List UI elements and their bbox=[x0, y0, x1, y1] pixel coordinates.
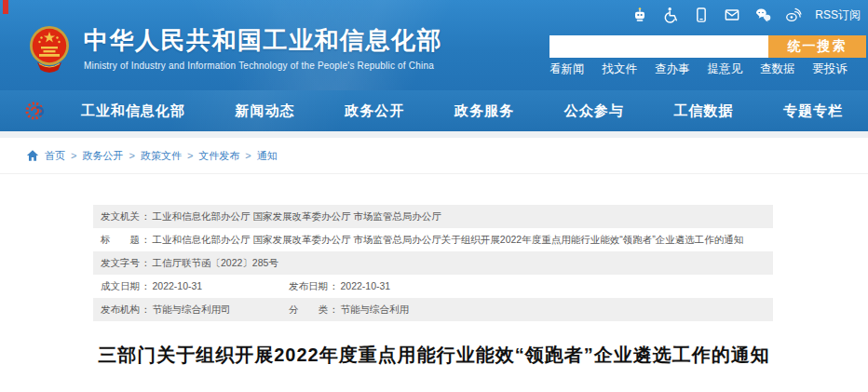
meta-cell: 分 类：节能与综合利用 bbox=[289, 298, 409, 321]
national-emblem-logo bbox=[28, 23, 71, 74]
meta-label: 发布日期 bbox=[289, 280, 328, 291]
wechat-icon[interactable] bbox=[753, 6, 772, 24]
meta-row-1: 发文机关：工业和信息化部办公厅 国家发展改革委办公厅 市场监管总局办公厅 bbox=[93, 205, 773, 228]
breadcrumb-separator: > bbox=[245, 150, 251, 161]
meta-cell: 发文机关：工业和信息化部办公厅 国家发展改革委办公厅 市场监管总局办公厅 bbox=[101, 210, 441, 222]
nav-item-2[interactable]: 新闻动态 bbox=[236, 102, 295, 120]
nav-item-3[interactable]: 政务公开 bbox=[345, 102, 404, 120]
weibo-icon[interactable] bbox=[784, 6, 803, 24]
breadcrumb: 首页>政务公开>政策文件>文件发布>通知 bbox=[26, 146, 278, 165]
breadcrumb-divider bbox=[0, 173, 868, 174]
nav-menu: 工业和信息化部新闻动态政务公开政务服务公众参与工信数据专题专栏 bbox=[56, 102, 868, 120]
meta-cell: 发文字号：工信厅联节函〔2022〕285号 bbox=[101, 257, 278, 268]
meta-cell: 标 题：工业和信息化部办公厅 国家发展改革委办公厅 市场监管总局办公厅关于组织开… bbox=[101, 234, 743, 245]
nav-item-5[interactable]: 公众参与 bbox=[564, 102, 624, 120]
breadcrumb-item-3[interactable]: 政策文件 bbox=[141, 149, 182, 163]
breadcrumb-items: 首页>政务公开>政策文件>文件发布>通知 bbox=[45, 149, 278, 163]
meta-colon: ： bbox=[140, 257, 153, 268]
quick-link-1[interactable]: 看新闻 bbox=[549, 61, 585, 77]
meta-value: 2022-10-31 bbox=[341, 280, 391, 291]
nav-item-1[interactable]: 工业和信息化部 bbox=[81, 102, 185, 120]
meta-row-5: 发布机构：节能与综合利用司分 类：节能与综合利用 bbox=[93, 298, 773, 321]
brand-text: 中华人民共和国工业和信息化部 Ministry of Industry and … bbox=[84, 26, 442, 74]
breadcrumb-separator: > bbox=[71, 150, 76, 161]
nav-item-4[interactable]: 政务服务 bbox=[454, 102, 514, 120]
meta-row-3: 发文字号：工信厅联节函〔2022〕285号 bbox=[93, 251, 773, 275]
accessibility-icon[interactable] bbox=[661, 6, 680, 24]
search-bar: 统一搜索 bbox=[549, 35, 866, 58]
meta-colon: ： bbox=[140, 304, 153, 315]
quick-link-5[interactable]: 查数据 bbox=[760, 61, 795, 77]
breadcrumb-item-1[interactable]: 首页 bbox=[45, 149, 65, 163]
rss-link[interactable]: RSS订阅 bbox=[815, 7, 861, 23]
meta-label: 标 题 bbox=[101, 234, 140, 245]
home-icon[interactable] bbox=[26, 149, 39, 162]
meta-row-4: 成文日期：2022-10-31发布日期：2022-10-31 bbox=[93, 275, 773, 298]
site-subtitle: Ministry of Industry and Information Tec… bbox=[84, 61, 442, 71]
site-brand: 中华人民共和国工业和信息化部 Ministry of Industry and … bbox=[28, 23, 442, 74]
miit-gear-logo-icon bbox=[24, 100, 47, 122]
quick-link-2[interactable]: 找文件 bbox=[603, 61, 638, 77]
meta-colon: ： bbox=[140, 280, 153, 291]
corner-decoration bbox=[3, 0, 8, 14]
meta-label: 发文字号 bbox=[101, 257, 140, 268]
article-title: 三部门关于组织开展2022年度重点用能行业能效“领跑者”企业遴选工作的通知 bbox=[0, 343, 868, 368]
search-input[interactable] bbox=[549, 35, 768, 58]
utility-icon-bar: RSS订阅 bbox=[631, 6, 861, 24]
nav-item-6[interactable]: 工信数据 bbox=[673, 102, 733, 120]
meta-colon: ： bbox=[328, 304, 341, 315]
robot-icon[interactable] bbox=[631, 6, 649, 24]
meta-label: 分 类 bbox=[289, 304, 328, 315]
meta-cell: 发布机构：节能与综合利用司 bbox=[101, 304, 231, 315]
meta-colon: ： bbox=[140, 234, 153, 245]
meta-label: 发布机构 bbox=[101, 304, 140, 315]
breadcrumb-item-5[interactable]: 通知 bbox=[257, 149, 278, 163]
page: RSS订阅 中华人民共和国工业和信息化部 Ministry of Industr… bbox=[0, 0, 868, 392]
meta-value: 工业和信息化部办公厅 国家发展改革委办公厅 市场监管总局办公厅关于组织开展202… bbox=[153, 234, 744, 245]
main-nav: 工业和信息化部新闻动态政务公开政务服务公众参与工信数据专题专栏 bbox=[0, 90, 868, 131]
nav-bottom-strip bbox=[0, 131, 868, 138]
meta-value: 工信厅联节函〔2022〕285号 bbox=[153, 257, 278, 268]
meta-value: 节能与综合利用 bbox=[341, 304, 410, 315]
search-button[interactable]: 统一搜索 bbox=[768, 35, 866, 58]
nav-item-7[interactable]: 专题专栏 bbox=[783, 102, 843, 120]
meta-colon: ： bbox=[140, 210, 153, 222]
meta-cell: 发布日期：2022-10-31 bbox=[289, 275, 390, 298]
mail-icon[interactable] bbox=[723, 6, 741, 24]
document-meta-table: 发文机关：工业和信息化部办公厅 国家发展改革委办公厅 市场监管总局办公厅标 题：… bbox=[93, 205, 773, 321]
quick-link-6[interactable]: 要投诉 bbox=[813, 61, 848, 77]
site-title: 中华人民共和国工业和信息化部 bbox=[84, 26, 442, 55]
meta-value: 节能与综合利用司 bbox=[153, 304, 231, 315]
breadcrumb-separator: > bbox=[129, 150, 134, 161]
meta-value: 工业和信息化部办公厅 国家发展改革委办公厅 市场监管总局办公厅 bbox=[153, 210, 441, 222]
search-quick-links: 看新闻找文件查办事提意见查数据要投诉 bbox=[549, 61, 848, 77]
breadcrumb-separator: > bbox=[187, 150, 193, 161]
meta-cell: 成文日期：2022-10-31 bbox=[101, 280, 202, 291]
meta-value: 2022-10-31 bbox=[153, 280, 203, 291]
mobile-icon[interactable] bbox=[692, 6, 711, 24]
meta-label: 发文机关 bbox=[101, 210, 140, 222]
meta-label: 成文日期 bbox=[101, 280, 140, 291]
quick-link-4[interactable]: 提意见 bbox=[708, 61, 743, 77]
meta-row-2: 标 题：工业和信息化部办公厅 国家发展改革委办公厅 市场监管总局办公厅关于组织开… bbox=[93, 228, 773, 251]
site-header: RSS订阅 中华人民共和国工业和信息化部 Ministry of Industr… bbox=[0, 0, 868, 90]
breadcrumb-item-2[interactable]: 政务公开 bbox=[82, 149, 123, 163]
quick-link-3[interactable]: 查办事 bbox=[655, 61, 690, 77]
breadcrumb-item-4[interactable]: 文件发布 bbox=[198, 149, 239, 163]
meta-colon: ： bbox=[328, 280, 341, 291]
